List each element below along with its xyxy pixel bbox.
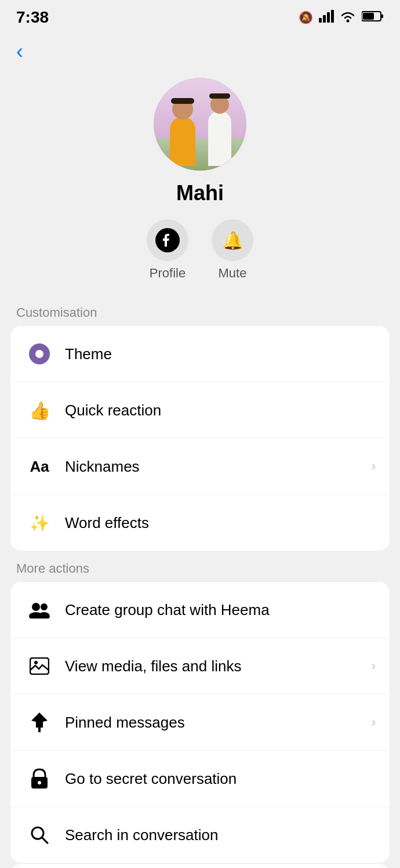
secret-conversation-menu-item[interactable]: Go to secret conversation xyxy=(10,751,390,807)
action-buttons: Profile 🔔 Mute xyxy=(147,219,253,281)
sparkle-icon: ✨ xyxy=(30,513,50,533)
svg-rect-2 xyxy=(327,12,330,23)
notifications-menu-item[interactable]: 🔔 Notifications & sounds xyxy=(10,864,390,868)
nicknames-label: Nicknames xyxy=(65,458,372,476)
status-time: 7:38 xyxy=(16,8,49,27)
svg-rect-1 xyxy=(323,15,326,23)
battery-icon xyxy=(362,10,384,25)
pinned-messages-icon-container xyxy=(24,707,54,737)
svg-point-10 xyxy=(41,603,48,610)
wifi-icon xyxy=(340,10,356,25)
svg-rect-6 xyxy=(381,15,383,18)
svg-point-14 xyxy=(34,661,38,664)
nicknames-icon-container: Aa xyxy=(24,451,54,482)
mute-icon-circle: 🔔 xyxy=(212,219,253,261)
word-effects-menu-item[interactable]: ✨ Word effects xyxy=(10,495,390,551)
pinned-messages-label: Pinned messages xyxy=(65,714,372,732)
search-conversation-menu-item[interactable]: Search in conversation xyxy=(10,807,390,863)
view-media-icon-container xyxy=(24,651,54,681)
theme-label: Theme xyxy=(65,345,376,363)
more-actions-card: Create group chat with Heema View media,… xyxy=(10,582,390,863)
nicknames-menu-item[interactable]: Aa Nicknames › xyxy=(10,439,390,495)
pin-icon xyxy=(31,713,48,732)
create-group-label: Create group chat with Heema xyxy=(65,601,376,619)
profile-icon-circle xyxy=(147,219,188,261)
theme-icon-container xyxy=(24,339,54,369)
profile-action-label: Profile xyxy=(150,266,186,281)
svg-point-9 xyxy=(32,603,40,611)
more-actions-section-label: More actions xyxy=(0,551,400,582)
back-button[interactable]: ‹ xyxy=(0,31,400,72)
profile-section: Mahi Profile 🔔 Mute xyxy=(0,72,400,295)
search-conversation-label: Search in conversation xyxy=(65,826,376,844)
customisation-section-label: Customisation xyxy=(0,295,400,326)
media-icon xyxy=(30,657,49,675)
svg-rect-7 xyxy=(363,13,374,20)
profile-action-button[interactable]: Profile xyxy=(147,219,188,281)
aa-icon: Aa xyxy=(30,458,49,476)
view-media-menu-item[interactable]: View media, files and links › xyxy=(10,638,390,695)
pinned-messages-chevron-icon: › xyxy=(372,715,376,730)
word-effects-icon-container: ✨ xyxy=(24,508,54,538)
create-group-menu-item[interactable]: Create group chat with Heema xyxy=(10,582,390,638)
svg-rect-15 xyxy=(38,728,41,732)
mute-action-label: Mute xyxy=(219,266,247,281)
search-icon xyxy=(30,826,49,844)
mute-icon: 🔕 xyxy=(299,10,313,24)
avatar[interactable] xyxy=(154,78,246,171)
word-effects-label: Word effects xyxy=(65,514,376,532)
status-bar: 7:38 🔕 xyxy=(0,0,400,31)
svg-point-17 xyxy=(38,781,41,784)
signal-icon xyxy=(319,10,334,25)
pinned-messages-menu-item[interactable]: Pinned messages › xyxy=(10,695,390,751)
theme-icon xyxy=(29,343,50,364)
status-icons: 🔕 xyxy=(299,10,384,25)
facebook-icon xyxy=(155,228,180,252)
search-conversation-icon-container xyxy=(24,820,54,850)
svg-point-4 xyxy=(347,20,350,23)
nicknames-chevron-icon: › xyxy=(372,459,376,474)
view-media-label: View media, files and links xyxy=(65,657,372,675)
thumbs-up-icon: 👍 xyxy=(29,400,50,421)
lock-icon xyxy=(31,768,48,789)
theme-menu-item[interactable]: Theme xyxy=(10,326,390,382)
contact-name: Mahi xyxy=(176,181,224,205)
bell-action-icon: 🔔 xyxy=(222,230,243,251)
quick-reaction-label: Quick reaction xyxy=(65,402,376,419)
group-icon xyxy=(29,601,50,619)
quick-reaction-icon-container: 👍 xyxy=(24,395,54,425)
mute-action-button[interactable]: 🔔 Mute xyxy=(212,219,253,281)
customisation-card: Theme 👍 Quick reaction Aa Nicknames › ✨ … xyxy=(10,326,390,551)
svg-rect-3 xyxy=(331,10,334,23)
view-media-chevron-icon: › xyxy=(372,659,376,674)
svg-rect-13 xyxy=(30,658,49,674)
svg-rect-0 xyxy=(319,18,322,23)
svg-line-19 xyxy=(42,837,48,843)
secret-conversation-label: Go to secret conversation xyxy=(65,770,376,788)
create-group-icon-container xyxy=(24,595,54,625)
secret-conversation-icon-container xyxy=(24,764,54,794)
quick-reaction-menu-item[interactable]: 👍 Quick reaction xyxy=(10,382,390,439)
